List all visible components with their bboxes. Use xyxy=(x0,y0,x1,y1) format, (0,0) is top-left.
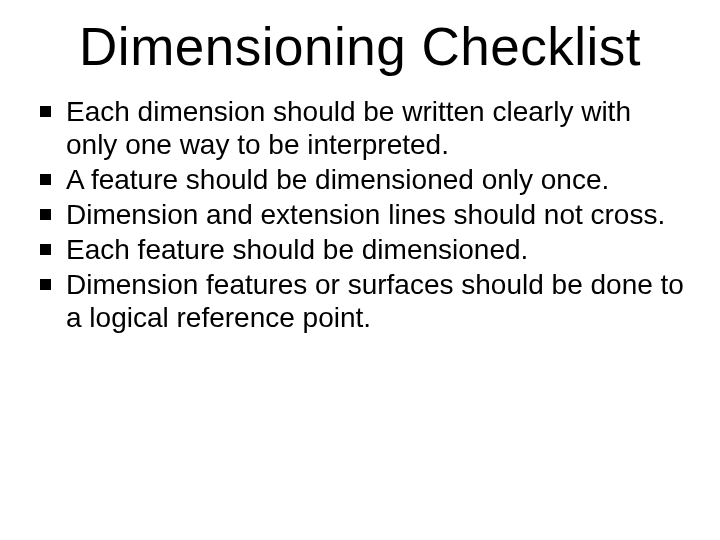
list-item: Each dimension should be written clearly… xyxy=(36,95,684,161)
slide: Dimensioning Checklist Each dimension sh… xyxy=(0,0,720,540)
list-item: Each feature should be dimensioned. xyxy=(36,233,684,266)
list-item: Dimension features or surfaces should be… xyxy=(36,268,684,334)
page-title: Dimensioning Checklist xyxy=(28,16,692,77)
list-item: Dimension and extension lines should not… xyxy=(36,198,684,231)
checklist: Each dimension should be written clearly… xyxy=(28,95,692,334)
list-item: A feature should be dimensioned only onc… xyxy=(36,163,684,196)
